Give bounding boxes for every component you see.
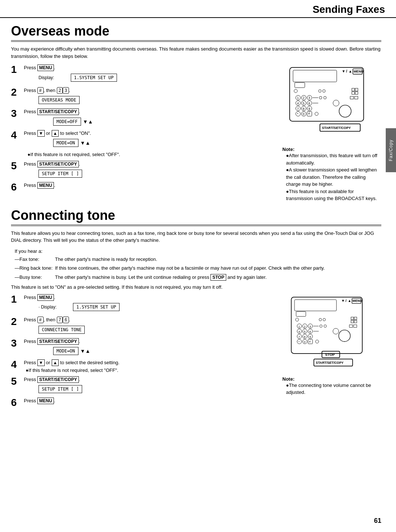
svg-point-49 bbox=[324, 325, 326, 327]
step-text: Press MENU. bbox=[24, 294, 271, 301]
display-box: MODE=OFF bbox=[53, 118, 81, 126]
display-box: OVERSEAS MODE bbox=[38, 96, 80, 104]
svg-point-5 bbox=[319, 90, 321, 92]
down-key: ▼ bbox=[37, 130, 45, 137]
key5: 5 bbox=[304, 330, 306, 333]
key7: 7 bbox=[298, 335, 300, 338]
page-header: Sending Faxes bbox=[0, 0, 396, 18]
tone-label: —Ring back tone: bbox=[15, 265, 55, 272]
key-star: * bbox=[298, 340, 300, 343]
key4: 4 bbox=[297, 102, 299, 105]
svg-point-39 bbox=[323, 318, 326, 321]
device-diagram-overseas: ▼ / ▲ MENU bbox=[282, 64, 378, 145]
device-diagram-connecting-tone: ▼ / ▲ MENU bbox=[282, 294, 378, 374]
num-key: 2 bbox=[57, 87, 63, 94]
menu-key: MENU bbox=[37, 294, 54, 301]
stop-label: STOP bbox=[325, 352, 335, 356]
stop-key: STOP bbox=[210, 274, 226, 281]
key8: 8 bbox=[304, 335, 306, 338]
svg-point-16 bbox=[324, 96, 326, 99]
up-arrow-label2: ▲ bbox=[348, 69, 352, 73]
if-you-hear: If you hear a: bbox=[15, 248, 381, 254]
step-content: Press START/SET/COPY. SETUP ITEM [ ] bbox=[24, 376, 271, 395]
start-set-copy-key: START/SET/COPY bbox=[37, 161, 79, 167]
tone-list: If you hear a: —Fax tone: The other part… bbox=[15, 248, 381, 281]
note-bullet: ●This feature is not available for trans… bbox=[282, 188, 378, 202]
key9: 9 bbox=[309, 335, 311, 338]
key8: 8 bbox=[303, 107, 305, 111]
step-row: 2 Press #, then 23. OVERSEAS MODE bbox=[11, 87, 271, 106]
step-content: Press MENU. Display: 1.SYSTEM SET UP bbox=[24, 64, 271, 84]
display-box: SETUP ITEM [ ] bbox=[38, 170, 82, 178]
tone-item: —Ring back tone: If this tone continues,… bbox=[15, 265, 381, 272]
connecting-tone-steps-diagram: 1 Press MENU. · Display: 1.SYSTEM SET UP… bbox=[11, 294, 381, 411]
overseas-mode-section: Overseas mode You may experience difficu… bbox=[11, 23, 381, 202]
num-key: 6 bbox=[63, 317, 69, 323]
key7: 7 bbox=[297, 107, 299, 111]
step-row: 4 Press ▼ or ▲ to select the desired set… bbox=[11, 359, 271, 373]
page-number: 61 bbox=[374, 517, 381, 525]
key9: 9 bbox=[308, 107, 310, 111]
step-number: 3 bbox=[11, 338, 24, 349]
svg-point-37 bbox=[296, 318, 299, 321]
step-row: 1 Press MENU. · Display: 1.SYSTEM SET UP bbox=[11, 294, 271, 314]
start-set-copy-key: START/SET/COPY bbox=[37, 376, 79, 383]
svg-rect-1 bbox=[293, 70, 337, 82]
step-number: 5 bbox=[11, 376, 24, 387]
step-number: 2 bbox=[11, 316, 24, 328]
svg-point-56 bbox=[333, 328, 339, 334]
key2: 2 bbox=[303, 96, 305, 100]
side-tab: Fax/Copy bbox=[386, 128, 396, 172]
step-number: 6 bbox=[11, 182, 24, 193]
note-bullet: ●The connecting tone volume cannot be ad… bbox=[282, 382, 378, 396]
step-content: Press ▼ or ▲ to select "ON". MODE=ON ▼▲ bbox=[24, 130, 271, 148]
step-row: 5 Press START/SET/COPY. SETUP ITEM [ ] bbox=[11, 376, 271, 395]
down-key: ▼ bbox=[37, 359, 45, 366]
step-content: Press MENU. · Display: 1.SYSTEM SET UP bbox=[24, 294, 271, 314]
step-number: 5 bbox=[11, 160, 24, 172]
tone-label: —Fax tone: bbox=[15, 256, 55, 263]
step-text: Press MENU. bbox=[24, 397, 271, 404]
slash: / bbox=[345, 299, 346, 303]
arrows-indicator: ▼▲ bbox=[80, 140, 91, 146]
display-box: MODE=ON bbox=[53, 347, 78, 355]
svg-rect-18 bbox=[355, 96, 358, 99]
step-content: Press #, then 76. CONNECTING TONE bbox=[24, 316, 271, 335]
key3: 3 bbox=[308, 96, 310, 100]
svg-rect-8 bbox=[355, 88, 358, 91]
step-text: Press START/SET/COPY. bbox=[24, 338, 271, 345]
connecting-tone-title: Connecting tone bbox=[11, 208, 381, 226]
svg-rect-41 bbox=[354, 317, 357, 319]
svg-rect-34 bbox=[294, 299, 336, 311]
display-box: CONNECTING TONE bbox=[38, 326, 85, 334]
tone-desc: If this tone continues, the other party'… bbox=[55, 265, 381, 272]
step-row: 1 Press MENU. Display: 1.SYSTEM SET UP bbox=[11, 64, 271, 84]
svg-rect-43 bbox=[354, 320, 357, 323]
step-number: 2 bbox=[11, 87, 24, 98]
step-content: Press START/SET/COPY. MODE=ON ▼▲ bbox=[24, 338, 271, 356]
step-content: Press MENU. bbox=[24, 182, 271, 190]
hash-key: # bbox=[37, 317, 44, 323]
step-text: Press START/SET/COPY. bbox=[24, 108, 271, 115]
overseas-diagram-col: ▼ / ▲ MENU bbox=[279, 64, 381, 202]
key5: 5 bbox=[303, 102, 305, 105]
key6: 6 bbox=[308, 102, 310, 105]
up-key: ▲ bbox=[52, 130, 59, 137]
overseas-mode-intro: You may experience difficulty when trans… bbox=[11, 45, 381, 60]
display-label: Display: bbox=[38, 75, 54, 80]
key-hash: # bbox=[309, 340, 311, 343]
svg-rect-51 bbox=[353, 325, 357, 327]
step-number: 3 bbox=[11, 108, 24, 119]
up-arrow-label: / bbox=[346, 69, 347, 73]
svg-point-31 bbox=[339, 105, 351, 117]
key-hash: # bbox=[308, 112, 310, 115]
svg-rect-36 bbox=[296, 311, 306, 316]
overseas-mode-title: Overseas mode bbox=[11, 23, 381, 42]
tone-item: —Busy tone: The other party's machine is… bbox=[15, 274, 381, 281]
step-text: Press ▼ or ▲ to select "ON". bbox=[24, 130, 271, 137]
note-title: Note: bbox=[282, 376, 378, 382]
step-row: 3 Press START/SET/COPY. MODE=OFF ▼▲ bbox=[11, 108, 271, 127]
svg-point-6 bbox=[323, 90, 325, 92]
key1: 1 bbox=[298, 325, 300, 328]
svg-point-23 bbox=[333, 100, 339, 106]
